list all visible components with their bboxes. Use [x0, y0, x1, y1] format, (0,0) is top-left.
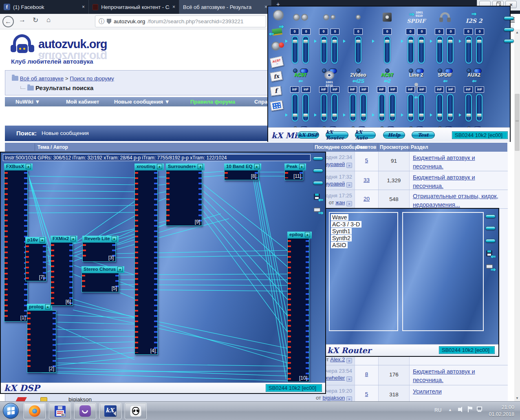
router-source-item[interactable]: Wave	[331, 214, 348, 221]
language-indicator[interactable]: RU	[434, 407, 441, 413]
module-title-bar[interactable]: xrouting▲	[134, 164, 164, 170]
volume-slider[interactable]	[465, 94, 472, 122]
mixer-button-kx-dsp[interactable]: kX DSP	[297, 131, 319, 139]
goto-post-icon[interactable]: »	[346, 201, 352, 206]
volume-slider[interactable]	[384, 36, 390, 64]
module-title-bar[interactable]: Surrounder+▲	[166, 164, 205, 170]
volume-slider[interactable]	[436, 36, 443, 64]
author-link[interactable]: муравей	[324, 161, 345, 167]
slider-handle[interactable]	[419, 40, 424, 43]
module-input-pins[interactable]	[27, 312, 31, 371]
slider-handle[interactable]	[477, 113, 482, 117]
breadcrumb-link-root[interactable]: Всё об автозвуке	[20, 75, 64, 82]
site-logo-icon[interactable]	[11, 34, 34, 53]
dsp-pill-button-3[interactable]	[313, 181, 323, 185]
volume-slider[interactable]	[360, 94, 367, 122]
dsp-pill-button-1[interactable]	[313, 157, 323, 160]
router-pill-button-2[interactable]	[485, 226, 496, 230]
taskbar-app-viber[interactable]	[74, 403, 96, 419]
slider-handle[interactable]	[477, 40, 482, 43]
slider-handle[interactable]	[361, 113, 366, 117]
slider-handle[interactable]	[390, 113, 395, 117]
module-collapse-icon[interactable]: ▲	[45, 304, 51, 309]
mixer-button-help[interactable]: Help	[383, 131, 405, 139]
taskbar-app-foobar2000[interactable]	[125, 403, 147, 419]
volume-slider[interactable]	[331, 94, 338, 122]
volume-slider[interactable]	[292, 94, 298, 122]
scroll-thumb[interactable]	[515, 94, 520, 151]
tracking-shield-icon[interactable]	[107, 19, 111, 24]
slider-handle[interactable]	[419, 113, 424, 117]
author-link[interactable]: муравей	[324, 181, 345, 187]
tab-close-icon[interactable]: ×	[172, 4, 175, 10]
volume-slider[interactable]	[302, 94, 309, 122]
module-collapse-icon[interactable]: ▲	[40, 237, 45, 243]
module-input-pins[interactable]	[82, 275, 85, 290]
module-output-pins[interactable]	[69, 244, 73, 304]
replies-count[interactable]: 5	[355, 391, 378, 397]
module-collapse-icon[interactable]: ▲	[305, 232, 310, 237]
volume-slider[interactable]	[408, 36, 414, 64]
network-icon[interactable]	[477, 407, 482, 412]
mixer-button-kx-router[interactable]: kX Router	[326, 131, 348, 139]
module-collapse-icon[interactable]: ▲	[26, 164, 31, 169]
menu-item[interactable]: NuWiki ▼	[15, 99, 40, 105]
volume-slider[interactable]	[302, 36, 309, 64]
volume-slider[interactable]	[355, 36, 361, 64]
menu-item[interactable]: Новые сообщения ▼	[114, 99, 170, 105]
mixer-pill-button-2[interactable]	[504, 28, 514, 31]
scroll-up-icon[interactable]: ▲	[514, 29, 520, 35]
section-link[interactable]: Бюджетный автозвук и песочница.	[413, 154, 506, 171]
replies-count[interactable]: 8	[355, 371, 378, 377]
volume-slider[interactable]	[436, 94, 443, 122]
module-title-bar[interactable]: p16v▲	[25, 237, 46, 244]
module-title-bar[interactable]: FXBusX▲	[4, 164, 33, 170]
dsp-module[interactable]: Stereo Chorus▲[5]	[82, 273, 119, 292]
page-scrollbar[interactable]: ▲ ▼	[514, 29, 520, 401]
slider-handle[interactable]	[448, 40, 453, 43]
module-output-pins[interactable]	[198, 172, 202, 224]
module-input-pins[interactable]	[135, 172, 138, 353]
speaker-icon[interactable]	[273, 10, 284, 20]
slider-handle[interactable]	[332, 40, 337, 43]
slider-handle[interactable]	[303, 113, 308, 117]
slider-handle[interactable]	[466, 40, 471, 43]
browser-tab[interactable]: f(1) Facebook×	[0, 0, 89, 14]
goto-post-icon[interactable]: »	[346, 358, 352, 363]
clock[interactable]: 21:00 01.02.2018	[489, 404, 514, 418]
taskbar-app-kx[interactable]: kX	[99, 403, 121, 419]
section-link[interactable]: Усилители	[413, 387, 506, 396]
slider-handle[interactable]	[408, 40, 413, 43]
dsp-module[interactable]: epilog▲[10]	[287, 238, 309, 382]
reload-button[interactable]: ↻	[33, 16, 38, 24]
volume-slider[interactable]	[331, 36, 338, 64]
goto-post-icon[interactable]: »	[346, 182, 352, 188]
module-title-bar[interactable]: Stereo Chorus▲	[82, 266, 124, 273]
author-link[interactable]: Alex.2	[330, 356, 345, 363]
volume-slider[interactable]	[447, 36, 454, 64]
module-title-bar[interactable]: FXMix2▲	[51, 236, 77, 243]
volume-slider[interactable]	[418, 94, 425, 122]
ac97-sticker-icon[interactable]: AC97~	[270, 56, 284, 68]
mixer-pill-button-1[interactable]	[504, 16, 514, 20]
taskbar-app-firefox[interactable]	[24, 403, 46, 419]
volume-slider[interactable]	[389, 94, 396, 122]
module-collapse-icon[interactable]: ▲	[198, 164, 203, 169]
dsp-module[interactable]: prolog▲[2]	[27, 310, 56, 373]
router-source-item[interactable]: ASIO	[331, 242, 348, 248]
slider-handle[interactable]	[293, 40, 297, 43]
site-logo-text[interactable]: autozvuk.org	[38, 38, 107, 51]
module-collapse-icon[interactable]: ▲	[117, 267, 123, 272]
tab-close-icon[interactable]: ×	[82, 4, 85, 10]
slider-handle[interactable]	[437, 40, 442, 43]
section-link[interactable]: Бюджетный автозвук и песочница.	[413, 367, 506, 385]
fx-sticker-icon[interactable]: fx	[270, 71, 282, 82]
start-button[interactable]	[3, 403, 19, 419]
tray-expand-icon[interactable]: ▲	[448, 408, 452, 412]
menu-item[interactable]: Правила форума	[190, 99, 235, 105]
module-output-pins[interactable]	[306, 240, 309, 380]
save-preset-icon[interactable]: ⇐	[486, 250, 498, 259]
slider-handle[interactable]	[350, 113, 355, 117]
module-input-pins[interactable]	[285, 172, 288, 178]
module-input-pins[interactable]	[26, 245, 29, 279]
